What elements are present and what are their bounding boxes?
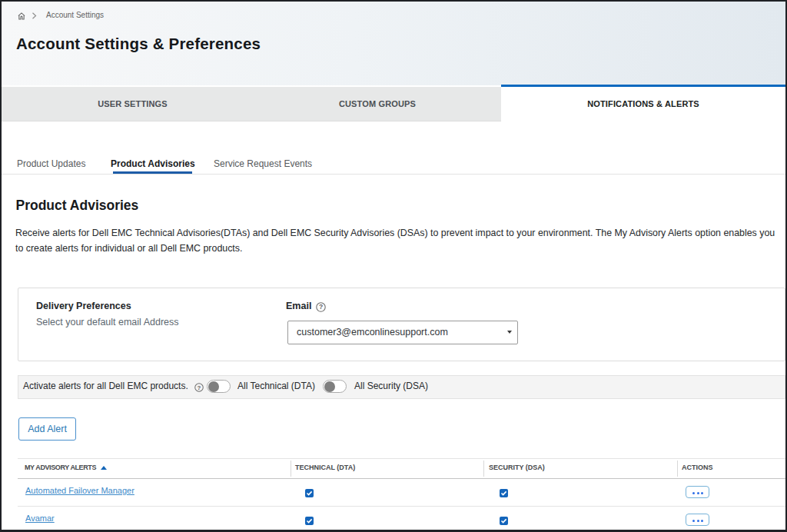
svg-text:?: ?: [198, 384, 201, 391]
svg-text:?: ?: [319, 303, 323, 311]
